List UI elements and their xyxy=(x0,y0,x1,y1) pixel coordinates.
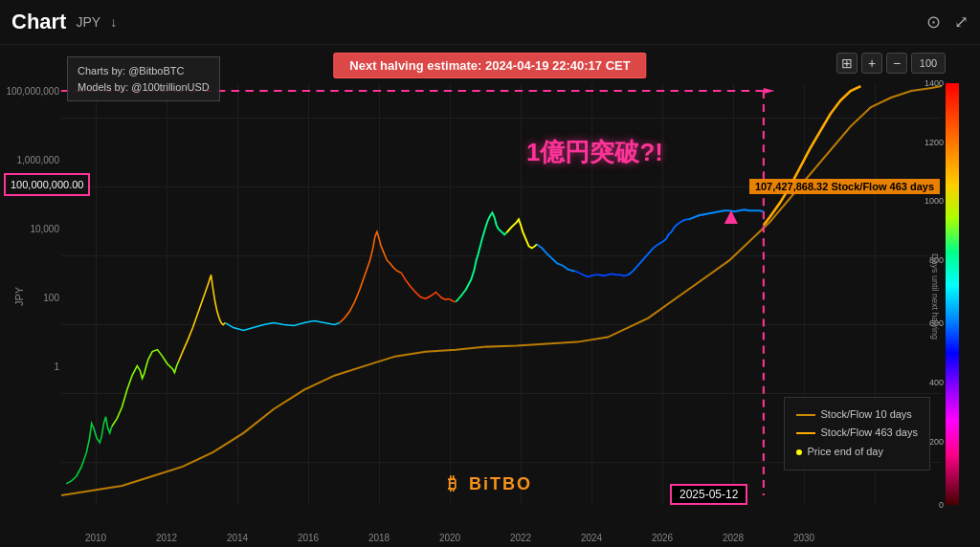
zoom-controls: ⊞ + − 100 xyxy=(836,53,946,74)
xaxis-2024: 2024 xyxy=(581,533,602,543)
header-left: Chart JPY ↓ xyxy=(11,10,117,34)
attribution-box: Charts by: @BitboBTC Models by: @100tril… xyxy=(67,56,220,101)
halving-banner: Next halving estimate: 2024-04-19 22:40:… xyxy=(333,53,646,78)
cb-1000: 1000 xyxy=(924,196,944,206)
yaxis-label-1e4: 10,000 xyxy=(30,224,59,234)
xaxis-2012: 2012 xyxy=(156,533,177,543)
zoom-level-label: 100 xyxy=(911,53,946,74)
zoom-out-button[interactable]: − xyxy=(886,53,907,74)
cb-200: 200 xyxy=(929,437,944,447)
date-label: 2025-05-12 xyxy=(670,484,747,505)
xaxis-2028: 2028 xyxy=(723,533,744,543)
cb-400: 400 xyxy=(929,378,944,387)
cb-0: 0 xyxy=(939,500,944,510)
legend-label-sf463: Stock/Flow 463 days xyxy=(821,424,919,443)
xaxis-labels: 2010 2012 2014 2016 2018 2020 2022 2024 … xyxy=(61,507,942,543)
bitbo-text: BiTBO xyxy=(469,474,532,493)
bitbo-icon: ₿ xyxy=(448,474,458,493)
stockflow-463-ext xyxy=(764,86,861,225)
xaxis-2022: 2022 xyxy=(510,533,531,543)
legend-label-sf10: Stock/Flow 10 days xyxy=(821,405,912,425)
legend-item-price: Price end of day xyxy=(796,443,919,462)
jpy-label: JPY xyxy=(13,286,25,305)
yaxis-label-1e8: 100,000,000 xyxy=(6,86,59,97)
app-title: Chart xyxy=(11,10,66,34)
legend-box: Stock/Flow 10 days Stock/Flow 463 days P… xyxy=(784,397,931,470)
camera-icon[interactable]: ⊙ xyxy=(926,11,941,33)
yaxis-label-1e0: 1 xyxy=(54,361,59,372)
bitbo-logo: ₿ BiTBO xyxy=(448,474,532,494)
legend-item-sf463: Stock/Flow 463 days xyxy=(796,424,919,443)
color-bar xyxy=(946,83,959,505)
yaxis-label-1e6: 1,000,000 xyxy=(17,155,60,165)
header-actions: ⊙ ⤢ xyxy=(926,11,969,33)
xaxis-2026: 2026 xyxy=(652,533,673,543)
arrow-up-icon: ▲ xyxy=(720,203,743,230)
arrow-right-svg xyxy=(764,88,775,94)
oku-label: 1億円突破?! xyxy=(526,136,663,169)
cb-1200: 1200 xyxy=(924,138,944,147)
sf-price-label: 107,427,868.32 Stock/Flow 463 days xyxy=(749,179,940,194)
header: Chart JPY ↓ ⊙ ⤢ xyxy=(0,0,980,45)
attribution-line2: Models by: @100trillionUSD xyxy=(78,79,210,96)
legend-color-price xyxy=(796,449,802,455)
chart-container: 100,000,000 1,000,000 10,000 100 1 JPY 2… xyxy=(0,45,980,547)
yaxis-label-1e2: 100 xyxy=(43,293,59,303)
sf-price-value: 107,427,868.32 Stock/Flow 463 days xyxy=(755,181,934,192)
attribution-line1: Charts by: @BitboBTC xyxy=(78,63,210,79)
xaxis-2018: 2018 xyxy=(368,533,390,543)
expand-icon[interactable]: ⤢ xyxy=(954,11,969,33)
yaxis-100m-box: 100,000,000.00 xyxy=(4,173,90,196)
yaxis-100m-value: 100,000,000.00 xyxy=(11,179,83,190)
zoom-fit-button[interactable]: ⊞ xyxy=(836,53,858,74)
cb-1400: 1400 xyxy=(924,78,944,88)
xaxis-2016: 2016 xyxy=(298,533,319,543)
xaxis-2014: 2014 xyxy=(227,533,248,543)
xaxis-2030: 2030 xyxy=(793,533,814,543)
yaxis-labels: 100,000,000 1,000,000 10,000 100 1 xyxy=(4,83,59,505)
legend-color-sf10 xyxy=(796,414,815,416)
currency-label: JPY xyxy=(76,14,100,30)
colorbar-labels: 1400 1200 1000 800 600 400 200 0 xyxy=(961,83,980,505)
xaxis-2020: 2020 xyxy=(439,533,460,543)
right-axis-title: Days until next halving xyxy=(930,252,940,339)
legend-label-price: Price end of day xyxy=(808,443,884,462)
legend-color-sf463 xyxy=(796,432,815,434)
zoom-in-button[interactable]: + xyxy=(861,53,882,74)
legend-item-sf10: Stock/Flow 10 days xyxy=(796,405,919,425)
xaxis-2010: 2010 xyxy=(85,533,106,543)
down-arrow-icon[interactable]: ↓ xyxy=(110,14,117,30)
